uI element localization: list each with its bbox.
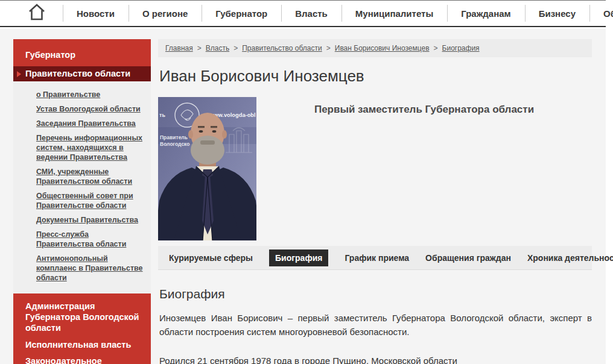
nav-item-news[interactable]: Новости — [63, 1, 129, 26]
nav-item-region[interactable]: О регионе — [129, 1, 202, 26]
breadcrumb-separator: > — [197, 44, 202, 52]
sidebar-item-government-active[interactable]: Правительство области — [13, 66, 151, 81]
sidebar-sub-charter[interactable]: Устав Вологодской области — [36, 104, 144, 114]
sidebar-sub-documents[interactable]: Документы Правительства — [36, 215, 144, 225]
biography-paragraph-2: Родился 21 сентября 1978 года в городе П… — [159, 354, 592, 364]
page-body: Губернатор Правительство области о Прави… — [0, 28, 606, 364]
sidebar-item-governor[interactable]: Губернатор — [13, 42, 151, 66]
tab-activity-chronicle[interactable]: Хроника деятельности — [527, 253, 613, 263]
person-row: ть www.vologda-obl Правитель Вологодско — [158, 97, 592, 240]
portrait-photo: ть www.vologda-obl Правитель Вологодско — [158, 97, 256, 240]
photo-watermark-org2: Вологодско — [160, 141, 189, 147]
breadcrumb-authority[interactable]: Власть — [206, 44, 229, 52]
sidebar-item-government-label: Правительство области — [25, 69, 130, 78]
breadcrumb: Главная > Власть > Правительство области… — [158, 39, 592, 57]
tab-reception-schedule[interactable]: График приема — [345, 253, 409, 263]
tabs-bar: Курируемые сферы Биография График приема… — [158, 246, 592, 270]
nav-item-governor[interactable]: Губернатор — [202, 1, 281, 26]
tab-biography[interactable]: Биография — [269, 249, 328, 266]
page: Новости О регионе Губернатор Власть Муни… — [0, 0, 613, 364]
nav-item-citizens[interactable]: Гражданам — [447, 1, 524, 26]
nav-item-society[interactable]: Общество — [589, 1, 613, 26]
tab-supervised-areas[interactable]: Курируемые сферы — [169, 253, 253, 263]
nav-item-municipalities[interactable]: Муниципалитеты — [341, 1, 447, 26]
top-navigation: Новости О регионе Губернатор Власть Муни… — [0, 0, 606, 27]
sidebar-top-section: Губернатор Правительство области — [13, 39, 151, 81]
breadcrumb-person[interactable]: Иван Борисович Иноземцев — [335, 44, 430, 52]
home-button[interactable] — [27, 1, 63, 26]
main-content: Главная > Власть > Правительство области… — [158, 39, 592, 364]
breadcrumb-separator: > — [233, 44, 238, 52]
biography-paragraph-1: Иноземцев Иван Борисович – первый замест… — [159, 312, 592, 339]
sidebar: Губернатор Правительство области о Прави… — [13, 39, 151, 364]
breadcrumb-separator: > — [326, 44, 331, 52]
nav-item-business[interactable]: Бизнесу — [525, 1, 589, 26]
sidebar-sub-press-service[interactable]: Пресс-служба Правительства области — [36, 230, 144, 249]
sidebar-submenu: о Правительстве Устав Вологодской област… — [13, 81, 151, 293]
sidebar-sub-antimonopoly[interactable]: Антимонопольный комплаенс в Правительств… — [36, 254, 144, 283]
home-icon — [27, 2, 47, 24]
page-title: Иван Борисович Иноземцев — [159, 67, 592, 86]
sidebar-sub-sessions[interactable]: Заседания Правительства — [36, 119, 144, 128]
sidebar-sub-info-systems[interactable]: Перечень информационных систем, находящи… — [36, 133, 144, 162]
sidebar-item-executive[interactable]: Исполнительная власть — [25, 339, 140, 350]
active-item-arrow-icon — [17, 71, 21, 77]
sidebar-bottom-section: Администрация Губернатора Вологодской об… — [13, 293, 151, 364]
breadcrumb-government[interactable]: Правительство области — [242, 44, 322, 52]
sidebar-item-legislative[interactable]: Законодательное Собрание области — [25, 356, 140, 364]
tab-citizen-appeals[interactable]: Обращения граждан — [425, 253, 511, 263]
breadcrumb-separator: > — [434, 44, 438, 52]
sidebar-sub-media[interactable]: СМИ, учрежденные Правительством области — [36, 167, 144, 186]
sidebar-item-administration[interactable]: Администрация Губернатора Вологодской об… — [25, 301, 140, 333]
sidebar-sub-about-government[interactable]: о Правительстве — [36, 90, 144, 99]
nav-item-authority[interactable]: Власть — [281, 1, 341, 26]
breadcrumb-home[interactable]: Главная — [165, 44, 193, 52]
sidebar-sub-public-council[interactable]: Общественный совет при Правительстве обл… — [36, 191, 144, 210]
position-title: Первый заместитель Губернатора области — [256, 97, 592, 240]
breadcrumb-biography[interactable]: Биография — [442, 44, 480, 52]
photo-watermark-left: ть — [159, 112, 165, 118]
biography-heading: Биография — [159, 287, 592, 301]
photo-watermark-org1: Правитель — [160, 134, 188, 140]
